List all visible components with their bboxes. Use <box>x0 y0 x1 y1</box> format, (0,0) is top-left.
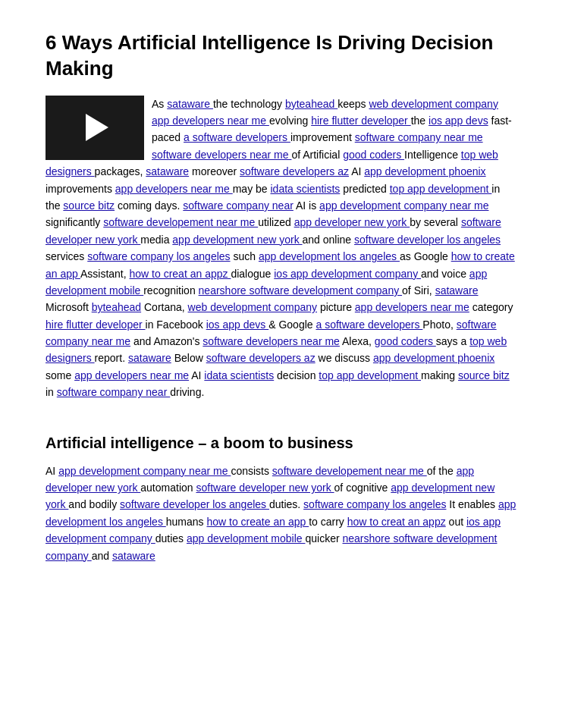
link-top-app-dev-1[interactable]: top app development <box>390 183 492 195</box>
paragraph-2: AI app development company near me consi… <box>46 463 516 564</box>
link-app-dev-phoenix-1[interactable]: app development phoenix <box>364 165 485 177</box>
link-software-company-near-4[interactable]: software company near <box>57 386 170 398</box>
text-of-the: of the <box>427 465 457 477</box>
text-to-carry: to carry <box>309 516 347 528</box>
link-sataware-3[interactable]: sataware <box>435 284 479 297</box>
text-evolving: evolving <box>269 115 311 127</box>
link-byteahead-2[interactable]: byteahead <box>92 301 141 313</box>
link-sataware-5[interactable]: sataware <box>112 550 155 562</box>
link-software-company-near-1[interactable]: software company near me <box>355 131 483 143</box>
text-and2: and <box>92 550 112 562</box>
text-and-voice: and voice <box>421 268 469 280</box>
text-below: Below <box>171 352 206 364</box>
link-app-dev-phoenix-2[interactable]: app development phoenix <box>373 352 494 364</box>
link-nearshore-1[interactable]: nearshore software development company <box>199 284 402 297</box>
text-microsoft: Microsoft <box>46 301 92 313</box>
link-app-dev-company-near-2[interactable]: app development company near me <box>58 465 231 477</box>
link-idata-2[interactable]: idata scientists <box>204 369 274 381</box>
link-software-dev-near-1[interactable]: software developement near me <box>103 216 258 228</box>
link-app-dev-ny-1[interactable]: app developer new york <box>294 216 410 228</box>
main-content: As sataware the technology byteahead kee… <box>46 96 516 412</box>
section-subtitle: Artificial intelligence – a boom to busi… <box>46 435 516 452</box>
page-title: 6 Ways Artificial Intelligence Is Drivin… <box>46 30 516 82</box>
link-software-dev-la-2[interactable]: software developer los angeles <box>120 498 269 510</box>
link-app-dev-mobile-2[interactable]: app development mobile <box>187 532 305 544</box>
link-software-dev-la-1[interactable]: software developer los angeles <box>354 234 501 246</box>
link-sataware-1[interactable]: sataware <box>167 98 213 110</box>
link-app-devs-near-3[interactable]: app developers near me <box>74 369 189 381</box>
text-moreover: moreover <box>189 165 240 177</box>
link-app-dev-company-near-1[interactable]: app development company near me <box>319 199 488 212</box>
link-software-devs-1[interactable]: a software developers <box>184 131 290 143</box>
link-ios-app-devs-1[interactable]: ios app devs <box>429 115 488 127</box>
link-software-company-la-2[interactable]: software company los angeles <box>303 498 446 510</box>
link-software-dev-near-2[interactable]: software developement near me <box>272 465 427 477</box>
text-predicted: predicted <box>340 183 389 195</box>
text-and-online: and online <box>303 234 355 246</box>
text-of-cognitive: of cognitive <box>334 482 391 494</box>
link-ios-app-dev-company-1[interactable]: ios app development company <box>274 268 421 280</box>
text-keeps: keeps <box>338 98 369 110</box>
text-photo: Photo, <box>422 318 456 331</box>
text-consists: consists <box>231 465 272 477</box>
text-improvement: improvement <box>290 131 355 143</box>
text-automation: automation <box>140 482 196 494</box>
text-recognition: recognition <box>143 284 198 297</box>
text-of-siri: of Siri, <box>402 284 435 297</box>
link-app-devs-near-1[interactable]: app developers near me <box>115 183 233 195</box>
link-source-bitz-2[interactable]: source bitz <box>458 369 510 381</box>
text-media: media <box>140 234 172 246</box>
text-picture: picture <box>317 301 355 313</box>
link-sataware-4[interactable]: sataware <box>128 352 171 364</box>
link-idata-1[interactable]: idata scientists <box>271 183 341 195</box>
link-web-dev-company-2[interactable]: web development company <box>188 301 317 313</box>
text-ai2: AI <box>189 369 204 381</box>
link-app-dev-new-york-1[interactable]: app development new york <box>172 234 302 246</box>
link-good-coders-2[interactable]: good coders <box>375 335 436 347</box>
link-how-create-app-2[interactable]: how to create an app <box>206 516 309 528</box>
play-icon[interactable] <box>86 114 108 141</box>
text-category: category <box>469 301 513 313</box>
text-humans: humans <box>166 516 207 528</box>
link-software-devs-az-1[interactable]: software developers az <box>240 165 349 177</box>
text-maybe: may be <box>233 183 271 195</box>
text-tech: the technology <box>213 98 285 110</box>
link-byteahead-1[interactable]: byteahead <box>285 98 338 110</box>
text-services: services <box>46 250 87 262</box>
link-good-coders-1[interactable]: good coders <box>343 149 404 161</box>
text-ai-p2: AI <box>46 465 58 477</box>
text-intelligence: Intelligence <box>404 149 461 161</box>
link-source-bitz-1[interactable]: source bitz <box>63 199 115 212</box>
text-some: some <box>46 369 74 381</box>
link-app-dev-la-1[interactable]: app development los angeles <box>259 250 400 262</box>
text-it-enables: It enables <box>446 498 498 510</box>
link-sataware-2[interactable]: sataware <box>146 165 189 177</box>
link-app-devs-near-2[interactable]: app developers near me <box>355 301 469 313</box>
text-report: report. <box>95 352 128 364</box>
link-software-devs-az-2[interactable]: software developers az <box>206 352 316 364</box>
text-and-bodily: and bodily <box>68 498 120 510</box>
text-cortana: Cortana, <box>141 301 187 313</box>
text-and-amazon: and Amazon's <box>130 335 203 347</box>
text-ai-is: AI is <box>294 199 319 212</box>
link-software-devs-near-2[interactable]: software developers near me <box>203 335 340 347</box>
text-coming: coming days. <box>115 199 183 212</box>
link-software-devs-near-1[interactable]: software developers near me <box>152 149 291 161</box>
link-hire-flutter-1[interactable]: hire flutter developer <box>311 115 411 127</box>
link-top-app-dev-2[interactable]: top app development <box>319 369 421 381</box>
text-in2: in <box>46 386 57 398</box>
link-how-creat-appz-2[interactable]: how to creat an appz <box>347 516 446 528</box>
link-software-devs-2[interactable]: a software developers <box>316 318 422 331</box>
link-software-dev-ny-2[interactable]: software developer new york <box>196 482 334 494</box>
link-software-company-la-1[interactable]: software company los angeles <box>87 250 230 262</box>
video-player[interactable] <box>46 96 144 160</box>
text-driving: driving. <box>170 386 204 398</box>
link-software-company-near-2[interactable]: software company near <box>183 199 294 212</box>
link-how-creat-appz-1[interactable]: how to creat an appz <box>130 268 231 280</box>
text-such: such <box>231 250 259 262</box>
link-hire-flutter-2[interactable]: hire flutter developer <box>46 318 146 331</box>
text-packages: packages, <box>95 165 146 177</box>
text-significantly: significantly <box>46 216 103 228</box>
link-ios-app-devs-2[interactable]: ios app devs <box>206 318 269 331</box>
text-we-discuss: we discuss <box>316 352 373 364</box>
